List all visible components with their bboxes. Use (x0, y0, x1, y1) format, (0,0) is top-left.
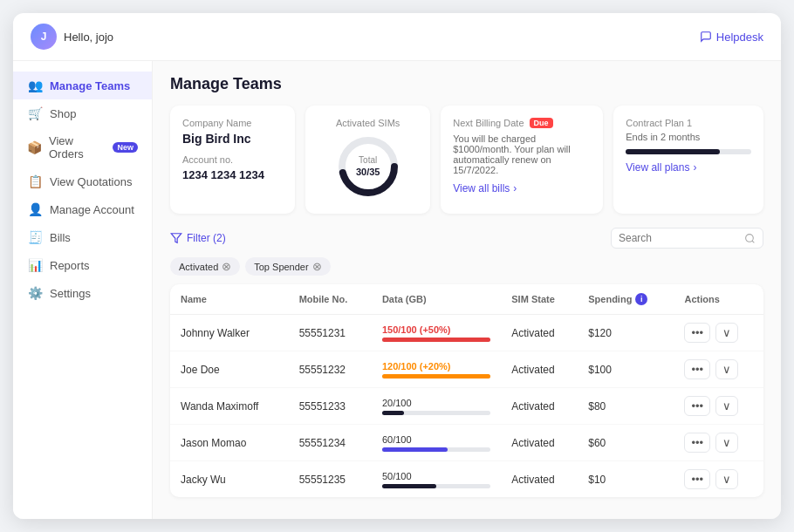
filter-button[interactable]: Filter (2) (170, 232, 226, 244)
th-spending: Spending i (578, 284, 674, 315)
cell-mobile: 55551233 (289, 388, 372, 425)
filter-label: Filter (2) (187, 232, 226, 244)
sidebar-label-quotations: View Quotations (50, 175, 132, 188)
table-row: Joe Doe 55551232 120/100 (+20%) Activate… (170, 351, 763, 388)
cell-mobile: 55551232 (289, 351, 372, 388)
sidebar: 👥 Manage Teams 🛒 Shop 📦 View Orders New … (13, 61, 153, 519)
table-row: Wanda Maximoff 55551233 20/100 Activated… (170, 388, 763, 425)
svg-marker-2 (171, 234, 181, 243)
cell-data: 60/100 (372, 425, 501, 461)
billing-label: Next Billing Date (453, 118, 524, 128)
chip-activated: Activated ⊗ (170, 257, 240, 276)
data-text: 50/100 (382, 471, 412, 481)
donut-value: 30/35 (356, 167, 380, 177)
sidebar-label-manage-teams: Manage Teams (50, 79, 130, 92)
sidebar-item-manage-account[interactable]: 👤 Manage Account (13, 195, 152, 223)
cell-state: Activated (501, 315, 578, 351)
orders-icon: 📦 (27, 140, 42, 154)
sims-label: Activated SIMs (333, 118, 403, 128)
chip-activated-label: Activated (179, 262, 218, 272)
filter-icon (170, 232, 182, 244)
more-actions-button[interactable]: ••• (684, 359, 710, 379)
main-layout: 👥 Manage Teams 🛒 Shop 📦 View Orders New … (13, 61, 781, 519)
expand-button[interactable]: ∨ (715, 396, 738, 416)
sidebar-label-bills: Bills (50, 231, 71, 244)
cell-name: Jason Momao (170, 425, 289, 461)
cell-actions: ••• ∨ (674, 388, 763, 425)
due-badge: Due (530, 118, 553, 128)
data-table: Name Mobile No. Data (GB) SIM State Spen… (170, 284, 763, 497)
cell-state: Activated (501, 425, 578, 461)
helpdesk-icon (700, 31, 712, 43)
sidebar-item-manage-teams[interactable]: 👥 Manage Teams (13, 72, 152, 99)
billing-description: You will be charged $1000/month. Your pl… (453, 133, 591, 175)
shop-icon: 🛒 (27, 106, 43, 120)
chip-top-spender-close[interactable]: ⊗ (312, 260, 322, 273)
search-icon (744, 233, 756, 244)
sidebar-item-reports[interactable]: 📊 Reports (13, 251, 152, 279)
sidebar-item-settings[interactable]: ⚙️ Settings (13, 279, 152, 307)
helpdesk-button[interactable]: Helpdesk (700, 31, 763, 44)
company-label: Company Name (182, 118, 283, 128)
donut-chart: Total 30/35 (333, 132, 403, 201)
chip-top-spender-label: Top Spender (254, 262, 308, 272)
view-plans-link[interactable]: View all plans › (626, 161, 751, 174)
company-name: Big Bird Inc (182, 132, 283, 146)
quotations-icon: 📋 (27, 174, 43, 188)
view-bills-link[interactable]: View all bills › (453, 182, 591, 194)
more-actions-button[interactable]: ••• (684, 396, 710, 416)
view-plans-text: View all plans (626, 161, 689, 174)
sidebar-item-shop[interactable]: 🛒 Shop (13, 99, 152, 127)
chevron-right-icon: › (513, 182, 517, 194)
sidebar-item-bills[interactable]: 🧾 Bills (13, 223, 152, 251)
data-bar-bg (382, 411, 490, 415)
cell-state: Activated (501, 351, 578, 388)
cell-mobile: 55551231 (289, 315, 372, 351)
contract-progress-wrap (626, 149, 751, 154)
expand-button[interactable]: ∨ (715, 469, 738, 489)
chip-activated-close[interactable]: ⊗ (222, 260, 231, 273)
cell-actions: ••• ∨ (674, 315, 763, 351)
sidebar-label-reports: Reports (50, 259, 90, 272)
donut-label: Total 30/35 (356, 154, 380, 178)
cell-spending: $60 (578, 425, 674, 461)
sidebar-item-view-orders[interactable]: 📦 View Orders New (13, 127, 152, 167)
cell-mobile: 55551234 (289, 425, 372, 461)
cell-state: Activated (501, 388, 578, 425)
cell-data: 20/100 (372, 388, 501, 425)
cards-row: Company Name Big Bird Inc Account no. 12… (170, 106, 763, 214)
data-bar-bg (382, 484, 490, 488)
account-no: 1234 1234 1234 (182, 168, 283, 181)
expand-button[interactable]: ∨ (715, 433, 738, 453)
cell-actions: ••• ∨ (674, 351, 763, 388)
chip-top-spender: Top Spender ⊗ (245, 257, 330, 276)
cell-spending: $100 (578, 351, 674, 388)
progress-bar-bg (626, 149, 751, 154)
more-actions-button[interactable]: ••• (684, 323, 710, 343)
sidebar-item-view-quotations[interactable]: 📋 View Quotations (13, 167, 152, 195)
contract-label: Contract Plan 1 (626, 118, 751, 128)
search-input[interactable] (619, 232, 741, 244)
data-bar-bg (382, 338, 490, 342)
topbar: J Hello, jojo Helpdesk (13, 13, 781, 61)
manage-teams-icon: 👥 (27, 78, 43, 92)
cell-name: Jacky Wu (170, 461, 289, 498)
cell-data: 120/100 (+20%) (372, 351, 501, 388)
th-state: SIM State (501, 284, 578, 315)
billing-card: Next Billing Date Due You will be charge… (441, 106, 603, 214)
cell-spending: $10 (578, 461, 674, 498)
expand-button[interactable]: ∨ (715, 323, 738, 343)
cell-name: Joe Doe (170, 351, 289, 388)
spending-info-icon: i (635, 293, 647, 305)
more-actions-button[interactable]: ••• (684, 469, 710, 489)
filter-chips: Activated ⊗ Top Spender ⊗ (170, 257, 763, 276)
expand-button[interactable]: ∨ (715, 359, 738, 379)
chevron-right-plans-icon: › (693, 161, 696, 174)
cell-mobile: 55551235 (289, 461, 372, 498)
new-badge: New (113, 142, 138, 153)
cell-name: Johnny Walker (170, 315, 289, 351)
more-actions-button[interactable]: ••• (684, 433, 710, 453)
sims-card: Activated SIMs Total 30/35 (305, 106, 430, 214)
donut-total-text: Total (356, 154, 380, 166)
account-icon: 👤 (27, 202, 43, 216)
